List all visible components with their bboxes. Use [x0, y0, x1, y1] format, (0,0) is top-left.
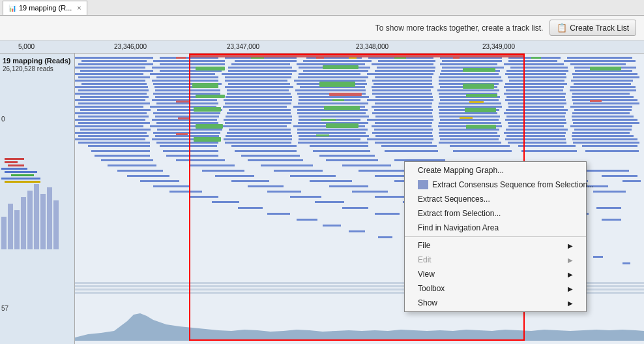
svg-rect-221	[326, 123, 359, 128]
create-track-list-button[interactable]: 📋 Create Track List	[549, 20, 636, 36]
menu-item-extract-consensus[interactable]: Extract Consensus Sequence from Selectio…	[405, 178, 586, 192]
svg-rect-261	[298, 142, 368, 144]
svg-rect-205	[156, 122, 218, 124]
svg-rect-188	[299, 116, 369, 117]
svg-rect-262	[375, 142, 432, 144]
menu-item-create-mapping-graph[interactable]: Create Mapping Graph...	[405, 163, 586, 178]
svg-rect-176	[465, 108, 496, 112]
svg-rect-77	[156, 76, 218, 78]
svg-rect-340	[342, 207, 368, 209]
svg-rect-87	[294, 80, 366, 82]
svg-rect-74	[505, 73, 566, 75]
svg-rect-249	[75, 138, 145, 140]
svg-rect-100	[75, 86, 148, 88]
svg-rect-163	[438, 106, 502, 108]
svg-rect-278	[385, 150, 438, 152]
menu-icon-extract-consensus	[418, 180, 428, 189]
svg-rect-227	[374, 129, 433, 131]
svg-rect-112	[155, 89, 220, 91]
svg-rect-273	[582, 145, 637, 147]
svg-rect-32	[564, 60, 636, 62]
svg-rect-238	[572, 132, 630, 134]
svg-rect-277	[313, 150, 370, 152]
menu-item-show[interactable]: Show ▶	[405, 296, 586, 310]
svg-rect-10	[5, 161, 18, 163]
svg-rect-14	[11, 174, 34, 176]
svg-rect-220	[196, 124, 223, 129]
svg-rect-78	[225, 76, 291, 78]
svg-rect-367	[622, 262, 630, 264]
svg-rect-269	[310, 145, 368, 147]
svg-rect-76	[78, 76, 150, 78]
svg-rect-320	[329, 185, 368, 187]
ruler-tick-5: 23,349,000	[482, 43, 515, 50]
svg-rect-81	[439, 76, 501, 78]
menu-item-file[interactable]: File ▶	[405, 238, 586, 253]
ruler-tick-2: 23,346,000	[114, 43, 147, 50]
svg-rect-166	[80, 109, 151, 111]
menu-item-edit[interactable]: Edit ▶	[405, 253, 586, 267]
svg-rect-318	[153, 185, 189, 187]
svg-rect-25	[81, 60, 147, 62]
svg-rect-335	[212, 201, 239, 203]
svg-rect-286	[101, 159, 153, 161]
svg-rect-186	[155, 116, 219, 117]
svg-rect-330	[189, 196, 218, 198]
svg-rect-276	[235, 150, 297, 152]
svg-rect-6	[40, 194, 46, 249]
menu-item-edit-label: Edit	[418, 255, 432, 264]
svg-rect-175	[324, 106, 360, 110]
svg-rect-129	[226, 96, 292, 98]
header-bar: To show more tracks together, create a t…	[0, 16, 644, 40]
genome-view: 5,000 23,346,000 23,347,000 23,348,000 2…	[0, 40, 644, 344]
main-tab[interactable]: 📊 19 mapping (R... ×	[3, 1, 87, 15]
tab-icon: 📊	[8, 5, 16, 12]
menu-item-find-navigation[interactable]: Find in Navigation Area	[405, 221, 586, 235]
menu-item-toolbox[interactable]: Toolbox ▶	[405, 281, 586, 296]
svg-rect-80	[375, 76, 432, 78]
svg-rect-127	[80, 96, 149, 98]
svg-rect-85	[152, 80, 218, 82]
svg-rect-119	[75, 93, 147, 95]
svg-rect-242	[299, 135, 369, 137]
svg-rect-324	[169, 191, 202, 193]
svg-rect-82	[508, 76, 566, 78]
svg-rect-173	[574, 109, 632, 111]
svg-rect-91	[571, 80, 633, 82]
svg-rect-29	[378, 60, 435, 62]
menu-item-extract-from-selection[interactable]: Extract from Selection...	[405, 206, 586, 221]
svg-rect-206	[225, 122, 291, 124]
svg-rect-52	[377, 67, 435, 69]
svg-rect-172	[506, 109, 568, 111]
svg-rect-245	[506, 135, 565, 137]
svg-rect-65	[323, 65, 359, 69]
menu-arrow-edit: ▶	[568, 257, 573, 264]
menu-item-view[interactable]: View ▶	[405, 267, 586, 281]
svg-rect-67	[590, 67, 621, 70]
svg-rect-138	[75, 99, 145, 101]
svg-rect-274	[91, 150, 150, 152]
svg-rect-256	[572, 138, 637, 140]
svg-rect-317	[622, 180, 641, 182]
svg-rect-107	[570, 86, 636, 88]
svg-rect-16	[5, 181, 40, 183]
tab-close-button[interactable]: ×	[77, 4, 81, 12]
svg-rect-303	[583, 170, 629, 172]
svg-rect-27	[235, 60, 297, 62]
tab-bar: 📊 19 mapping (R... ×	[0, 0, 644, 16]
svg-rect-345	[375, 213, 400, 215]
svg-rect-199	[505, 119, 566, 121]
menu-arrow-view: ▶	[568, 271, 573, 278]
svg-rect-233	[227, 132, 291, 134]
svg-rect-11	[8, 164, 24, 166]
svg-rect-75	[572, 73, 637, 75]
svg-rect-289	[326, 159, 378, 161]
menu-item-extract-from-selection-label: Extract from Selection...	[418, 209, 501, 218]
svg-rect-157	[590, 100, 602, 102]
menu-item-extract-sequences[interactable]: Extract Sequences...	[405, 192, 586, 206]
svg-rect-140	[224, 99, 292, 101]
svg-rect-134	[572, 96, 634, 98]
svg-rect-115	[372, 89, 431, 91]
svg-rect-195	[224, 119, 292, 121]
svg-rect-94	[228, 83, 290, 85]
